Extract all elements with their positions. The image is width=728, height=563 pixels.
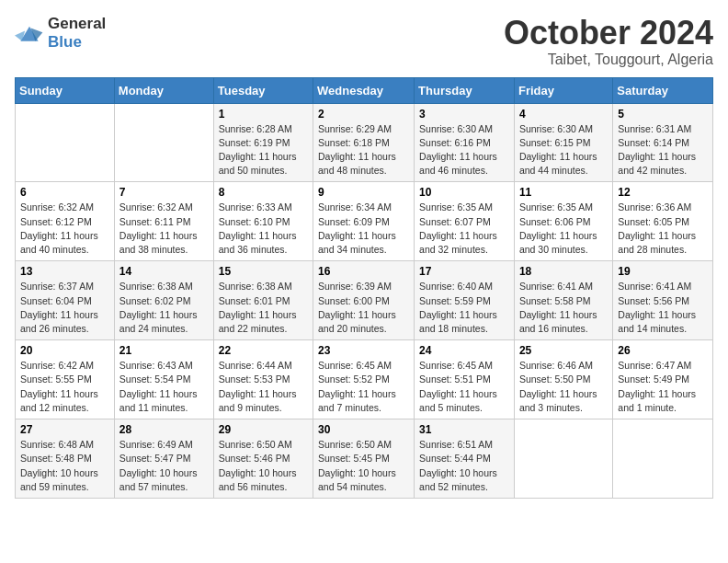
calendar-cell: 2Sunrise: 6:29 AM Sunset: 6:18 PM Daylig…: [313, 103, 415, 182]
day-info: Sunrise: 6:35 AM Sunset: 6:06 PM Dayligh…: [519, 201, 608, 257]
day-number: 21: [119, 344, 209, 357]
calendar-cell: 28Sunrise: 6:49 AM Sunset: 5:47 PM Dayli…: [114, 419, 213, 499]
day-number: 4: [519, 108, 608, 121]
calendar-cell: 9Sunrise: 6:34 AM Sunset: 6:09 PM Daylig…: [313, 182, 415, 261]
day-info: Sunrise: 6:41 AM Sunset: 5:56 PM Dayligh…: [618, 280, 708, 336]
calendar-cell: 31Sunrise: 6:51 AM Sunset: 5:44 PM Dayli…: [415, 419, 515, 499]
day-info: Sunrise: 6:48 AM Sunset: 5:48 PM Dayligh…: [20, 438, 109, 494]
day-number: 12: [618, 186, 708, 199]
day-number: 28: [119, 423, 209, 436]
location: Taibet, Touggourt, Algeria: [504, 52, 713, 68]
day-number: 27: [20, 423, 109, 436]
day-info: Sunrise: 6:49 AM Sunset: 5:47 PM Dayligh…: [119, 438, 209, 494]
day-number: 3: [419, 108, 509, 121]
calendar-cell: 4Sunrise: 6:30 AM Sunset: 6:15 PM Daylig…: [514, 103, 612, 182]
day-info: Sunrise: 6:50 AM Sunset: 5:46 PM Dayligh…: [219, 438, 308, 494]
day-number: 7: [119, 186, 209, 199]
calendar-cell: 20Sunrise: 6:42 AM Sunset: 5:55 PM Dayli…: [16, 340, 115, 419]
calendar-cell: 7Sunrise: 6:32 AM Sunset: 6:11 PM Daylig…: [114, 182, 213, 261]
day-number: 20: [20, 344, 109, 357]
calendar-header-row: Sunday Monday Tuesday Wednesday Thursday…: [16, 77, 713, 103]
calendar-week-row: 27Sunrise: 6:48 AM Sunset: 5:48 PM Dayli…: [16, 419, 713, 499]
day-number: 11: [519, 186, 608, 199]
day-number: 8: [219, 186, 308, 199]
calendar-cell: 6Sunrise: 6:32 AM Sunset: 6:12 PM Daylig…: [16, 182, 115, 261]
calendar-cell: 17Sunrise: 6:40 AM Sunset: 5:59 PM Dayli…: [415, 261, 515, 340]
day-info: Sunrise: 6:45 AM Sunset: 5:52 PM Dayligh…: [318, 359, 409, 415]
header-saturday: Saturday: [613, 77, 713, 103]
day-number: 22: [219, 344, 308, 357]
day-info: Sunrise: 6:40 AM Sunset: 5:59 PM Dayligh…: [419, 280, 509, 336]
calendar-cell: [114, 103, 213, 182]
day-info: Sunrise: 6:50 AM Sunset: 5:45 PM Dayligh…: [318, 438, 409, 494]
calendar-cell: 29Sunrise: 6:50 AM Sunset: 5:46 PM Dayli…: [213, 419, 313, 499]
calendar-cell: 10Sunrise: 6:35 AM Sunset: 6:07 PM Dayli…: [415, 182, 515, 261]
day-info: Sunrise: 6:38 AM Sunset: 6:02 PM Dayligh…: [119, 280, 209, 336]
calendar-cell: 25Sunrise: 6:46 AM Sunset: 5:50 PM Dayli…: [514, 340, 612, 419]
logo-text: General Blue: [48, 15, 106, 52]
page-header: General Blue October 2024 Taibet, Touggo…: [15, 15, 713, 68]
calendar-cell: 24Sunrise: 6:45 AM Sunset: 5:51 PM Dayli…: [415, 340, 515, 419]
header-tuesday: Tuesday: [213, 77, 313, 103]
day-number: 1: [219, 108, 308, 121]
calendar-cell: 15Sunrise: 6:38 AM Sunset: 6:01 PM Dayli…: [213, 261, 313, 340]
day-info: Sunrise: 6:32 AM Sunset: 6:11 PM Dayligh…: [119, 201, 209, 257]
header-friday: Friday: [514, 77, 612, 103]
day-info: Sunrise: 6:32 AM Sunset: 6:12 PM Dayligh…: [20, 201, 109, 257]
calendar-cell: 30Sunrise: 6:50 AM Sunset: 5:45 PM Dayli…: [313, 419, 415, 499]
calendar-cell: 12Sunrise: 6:36 AM Sunset: 6:05 PM Dayli…: [613, 182, 713, 261]
day-number: 16: [318, 265, 409, 278]
calendar-cell: 22Sunrise: 6:44 AM Sunset: 5:53 PM Dayli…: [213, 340, 313, 419]
calendar-cell: [514, 419, 612, 499]
calendar-cell: 21Sunrise: 6:43 AM Sunset: 5:54 PM Dayli…: [114, 340, 213, 419]
day-number: 9: [318, 186, 409, 199]
header-thursday: Thursday: [415, 77, 515, 103]
logo-bird-icon: [15, 20, 44, 46]
calendar-cell: [613, 419, 713, 499]
day-info: Sunrise: 6:30 AM Sunset: 6:16 PM Dayligh…: [419, 122, 509, 178]
calendar-cell: 14Sunrise: 6:38 AM Sunset: 6:02 PM Dayli…: [114, 261, 213, 340]
logo: General Blue: [15, 15, 106, 52]
day-number: 29: [219, 423, 308, 436]
calendar-cell: 1Sunrise: 6:28 AM Sunset: 6:19 PM Daylig…: [213, 103, 313, 182]
day-info: Sunrise: 6:42 AM Sunset: 5:55 PM Dayligh…: [20, 359, 109, 415]
day-number: 2: [318, 108, 409, 121]
calendar-cell: 18Sunrise: 6:41 AM Sunset: 5:58 PM Dayli…: [514, 261, 612, 340]
calendar-cell: 26Sunrise: 6:47 AM Sunset: 5:49 PM Dayli…: [613, 340, 713, 419]
day-number: 31: [419, 423, 509, 436]
header-wednesday: Wednesday: [313, 77, 415, 103]
day-info: Sunrise: 6:43 AM Sunset: 5:54 PM Dayligh…: [119, 359, 209, 415]
day-number: 17: [419, 265, 509, 278]
month-title: October 2024: [504, 15, 713, 52]
calendar-cell: 19Sunrise: 6:41 AM Sunset: 5:56 PM Dayli…: [613, 261, 713, 340]
calendar-cell: 3Sunrise: 6:30 AM Sunset: 6:16 PM Daylig…: [415, 103, 515, 182]
day-info: Sunrise: 6:31 AM Sunset: 6:14 PM Dayligh…: [618, 122, 708, 178]
calendar-cell: 8Sunrise: 6:33 AM Sunset: 6:10 PM Daylig…: [213, 182, 313, 261]
calendar-cell: 27Sunrise: 6:48 AM Sunset: 5:48 PM Dayli…: [16, 419, 115, 499]
calendar-cell: 23Sunrise: 6:45 AM Sunset: 5:52 PM Dayli…: [313, 340, 415, 419]
day-info: Sunrise: 6:38 AM Sunset: 6:01 PM Dayligh…: [219, 280, 308, 336]
day-info: Sunrise: 6:29 AM Sunset: 6:18 PM Dayligh…: [318, 122, 409, 178]
day-number: 25: [519, 344, 608, 357]
day-info: Sunrise: 6:46 AM Sunset: 5:50 PM Dayligh…: [519, 359, 608, 415]
calendar-cell: 13Sunrise: 6:37 AM Sunset: 6:04 PM Dayli…: [16, 261, 115, 340]
calendar-week-row: 20Sunrise: 6:42 AM Sunset: 5:55 PM Dayli…: [16, 340, 713, 419]
calendar-week-row: 6Sunrise: 6:32 AM Sunset: 6:12 PM Daylig…: [16, 182, 713, 261]
day-info: Sunrise: 6:33 AM Sunset: 6:10 PM Dayligh…: [219, 201, 308, 257]
day-info: Sunrise: 6:41 AM Sunset: 5:58 PM Dayligh…: [519, 280, 608, 336]
day-number: 18: [519, 265, 608, 278]
day-info: Sunrise: 6:44 AM Sunset: 5:53 PM Dayligh…: [219, 359, 308, 415]
day-number: 14: [119, 265, 209, 278]
calendar-table: Sunday Monday Tuesday Wednesday Thursday…: [15, 77, 713, 499]
day-info: Sunrise: 6:28 AM Sunset: 6:19 PM Dayligh…: [219, 122, 308, 178]
day-info: Sunrise: 6:35 AM Sunset: 6:07 PM Dayligh…: [419, 201, 509, 257]
calendar-cell: [16, 103, 115, 182]
day-info: Sunrise: 6:36 AM Sunset: 6:05 PM Dayligh…: [618, 201, 708, 257]
day-number: 5: [618, 108, 708, 121]
day-number: 13: [20, 265, 109, 278]
day-info: Sunrise: 6:47 AM Sunset: 5:49 PM Dayligh…: [618, 359, 708, 415]
calendar-cell: 11Sunrise: 6:35 AM Sunset: 6:06 PM Dayli…: [514, 182, 612, 261]
day-info: Sunrise: 6:39 AM Sunset: 6:00 PM Dayligh…: [318, 280, 409, 336]
day-info: Sunrise: 6:34 AM Sunset: 6:09 PM Dayligh…: [318, 201, 409, 257]
day-number: 15: [219, 265, 308, 278]
